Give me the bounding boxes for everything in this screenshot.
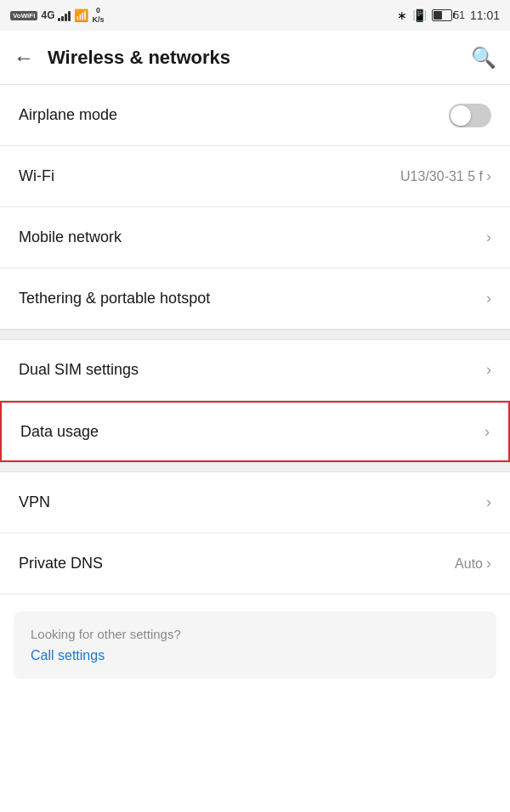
section-divider-1: [0, 330, 510, 340]
call-settings-link[interactable]: Call settings: [31, 648, 105, 663]
battery-fill: [434, 11, 442, 20]
settings-item-tethering[interactable]: Tethering & portable hotspot ›: [0, 268, 510, 330]
settings-item-dual-sim[interactable]: Dual SIM settings ›: [0, 340, 510, 401]
footer-card: Looking for other settings? Call setting…: [14, 612, 496, 679]
battery-container: 51: [432, 9, 465, 21]
wifi-label: Wi-Fi: [19, 167, 54, 185]
private-dns-right: Auto ›: [455, 555, 491, 572]
private-dns-value: Auto: [455, 556, 483, 572]
private-dns-label: Private DNS: [19, 555, 103, 572]
settings-item-vpn[interactable]: VPN ›: [0, 472, 510, 533]
back-button[interactable]: ←: [14, 46, 34, 70]
dual-sim-label: Dual SIM settings: [19, 361, 139, 379]
bar4: [68, 11, 71, 21]
settings-item-airplane-mode[interactable]: Airplane mode: [0, 85, 510, 146]
vpn-right: ›: [486, 493, 491, 511]
clock: 11:01: [470, 8, 500, 22]
settings-item-data-usage[interactable]: Data usage ›: [0, 401, 510, 462]
settings-item-mobile-network[interactable]: Mobile network ›: [0, 207, 510, 268]
dual-sim-chevron-icon: ›: [486, 361, 491, 379]
mobile-network-label: Mobile network: [19, 228, 122, 246]
bar2: [61, 16, 64, 21]
battery-level: 51: [454, 9, 465, 21]
data-usage-chevron-icon: ›: [484, 423, 490, 441]
page-title: Wireless & networks: [48, 47, 230, 69]
private-dns-chevron-icon: ›: [486, 555, 491, 572]
tethering-right: ›: [486, 290, 491, 307]
vibrate-icon: 📳: [412, 8, 427, 22]
vowifi-indicator: VoWiFi: [10, 11, 37, 20]
tethering-label: Tethering & portable hotspot: [19, 290, 210, 307]
search-button[interactable]: 🔍: [471, 46, 496, 70]
footer-card-text: Looking for other settings?: [31, 627, 479, 641]
settings-item-wifi[interactable]: Wi-Fi U13/30-31 5 f ›: [0, 146, 510, 207]
settings-item-private-dns[interactable]: Private DNS Auto ›: [0, 533, 510, 595]
battery-tip: [453, 13, 455, 18]
header-left: ← Wireless & networks: [14, 46, 230, 70]
wifi-right: U13/30-31 5 f ›: [400, 167, 491, 185]
tethering-chevron-icon: ›: [486, 290, 491, 307]
mobile-network-right: ›: [486, 228, 491, 246]
status-right: ∗ 📳 51 11:01: [397, 8, 500, 22]
data-speed: 0 K/s: [92, 6, 104, 25]
header: ← Wireless & networks 🔍: [0, 31, 510, 85]
battery-icon: [432, 9, 452, 21]
bluetooth-icon: ∗: [397, 8, 407, 22]
settings-list-section3: VPN › Private DNS Auto ›: [0, 472, 510, 595]
dual-sim-right: ›: [486, 361, 491, 379]
vpn-chevron-icon: ›: [486, 493, 491, 511]
wifi-value: U13/30-31 5 f: [400, 169, 483, 184]
data-usage-label: Data usage: [20, 423, 99, 441]
airplane-mode-toggle[interactable]: [449, 104, 491, 127]
settings-list-section2: Dual SIM settings › Data usage ›: [0, 340, 510, 462]
bar1: [58, 18, 60, 21]
vpn-label: VPN: [19, 493, 50, 511]
bar3: [65, 14, 67, 21]
mobile-network-chevron-icon: ›: [486, 228, 491, 246]
wifi-chevron-icon: ›: [486, 167, 491, 185]
settings-list: Airplane mode Wi-Fi U13/30-31 5 f › Mobi…: [0, 85, 510, 330]
status-left: VoWiFi 4G 📶 0 K/s: [10, 6, 104, 25]
signal-type: 4G: [41, 9, 54, 21]
data-usage-right: ›: [484, 423, 490, 441]
airplane-mode-label: Airplane mode: [19, 106, 117, 124]
toggle-knob: [450, 105, 471, 126]
status-bar: VoWiFi 4G 📶 0 K/s ∗ 📳 51 11:01: [0, 0, 510, 31]
section-divider-2: [0, 462, 510, 472]
signal-bars: [58, 9, 71, 21]
wifi-icon: 📶: [74, 8, 88, 22]
